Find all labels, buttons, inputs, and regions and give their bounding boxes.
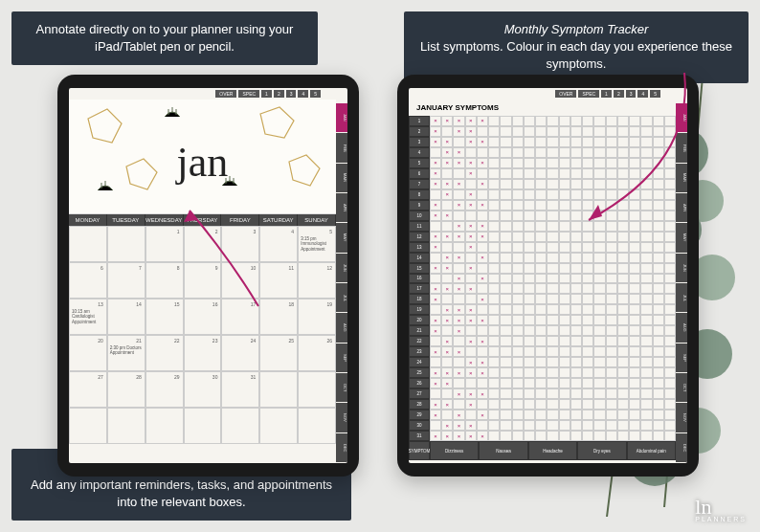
tracker-cell[interactable] [617, 189, 629, 200]
tracker-cell[interactable]: × [453, 346, 464, 357]
tracker-cell[interactable] [524, 116, 535, 126]
tracker-cell[interactable] [465, 378, 477, 388]
tracker-cell[interactable] [653, 420, 664, 431]
tracker-cell[interactable] [500, 378, 511, 388]
tracker-cell[interactable] [640, 242, 652, 253]
tracker-cell[interactable] [617, 367, 629, 378]
top-tab[interactable]: 4 [298, 90, 308, 98]
side-tab-mar[interactable]: MAR [676, 164, 687, 192]
side-tab-apr[interactable]: APR [336, 193, 347, 222]
tracker-cell[interactable] [500, 116, 511, 126]
tracker-cell[interactable]: × [465, 200, 477, 211]
tracker-cell[interactable]: × [453, 116, 464, 126]
tracker-cell[interactable] [653, 168, 664, 179]
tracker-cell[interactable] [547, 410, 558, 420]
tracker-cell[interactable]: × [465, 168, 477, 179]
tracker-cell[interactable] [570, 232, 582, 242]
calendar-cell[interactable]: 53:15 pm Immunologist Appointment [298, 226, 336, 262]
tracker-cell[interactable] [570, 116, 582, 126]
tracker-cell[interactable] [617, 357, 629, 367]
tracker-cell[interactable] [617, 336, 629, 346]
tracker-cell[interactable] [570, 126, 582, 137]
calendar-cell[interactable]: 27 [69, 371, 107, 408]
top-tab[interactable]: 4 [637, 90, 648, 98]
tracker-cell[interactable] [582, 304, 593, 315]
tracker-cell[interactable] [640, 126, 652, 137]
side-tab-nov[interactable]: NOV [676, 403, 687, 432]
tracker-cell[interactable] [582, 378, 593, 388]
tracker-cell[interactable] [653, 158, 664, 168]
tracker-cell[interactable] [535, 294, 547, 304]
tracker-cell[interactable] [524, 242, 535, 253]
tracker-cell[interactable] [547, 232, 558, 242]
tracker-cell[interactable] [629, 126, 640, 137]
tracker-cell[interactable] [593, 283, 605, 294]
tracker-cell[interactable] [582, 137, 593, 147]
tracker-cell[interactable] [617, 263, 629, 274]
tracker-cell[interactable] [606, 200, 617, 211]
tracker-cell[interactable] [606, 388, 617, 399]
tracker-cell[interactable] [664, 431, 676, 441]
tracker-cell[interactable] [477, 283, 488, 294]
tracker-cell[interactable]: × [441, 253, 453, 263]
tracker-cell[interactable] [593, 336, 605, 346]
tracker-cell[interactable] [570, 189, 582, 200]
tracker-cell[interactable]: × [453, 126, 464, 137]
tracker-cell[interactable] [582, 325, 593, 336]
tracker-cell[interactable] [453, 242, 464, 253]
tracker-cell[interactable] [570, 253, 582, 263]
tracker-cell[interactable] [524, 367, 535, 378]
tracker-cell[interactable] [512, 179, 524, 189]
tracker-cell[interactable]: × [477, 315, 488, 325]
tracker-cell[interactable] [606, 283, 617, 294]
tracker-cell[interactable] [582, 158, 593, 168]
top-tab[interactable]: SPEC [578, 90, 599, 98]
tracker-cell[interactable] [559, 242, 570, 253]
tracker-cell[interactable] [664, 168, 676, 179]
tracker-cell[interactable] [477, 325, 488, 336]
tracker-cell[interactable] [617, 242, 629, 253]
tracker-cell[interactable] [488, 263, 500, 274]
tracker-cell[interactable] [547, 263, 558, 274]
tracker-cell[interactable] [664, 158, 676, 168]
tracker-cell[interactable] [582, 336, 593, 346]
tracker-cell[interactable] [512, 336, 524, 346]
tracker-cell[interactable] [606, 325, 617, 336]
tracker-cell[interactable] [640, 315, 652, 325]
tracker-cell[interactable] [653, 242, 664, 253]
tracker-cell[interactable] [535, 336, 547, 346]
tracker-cell[interactable] [640, 367, 652, 378]
tracker-cell[interactable] [559, 315, 570, 325]
tracker-cell[interactable] [465, 294, 477, 304]
tracker-cell[interactable] [617, 420, 629, 431]
tracker-cell[interactable]: × [430, 346, 441, 357]
calendar-cell[interactable]: 22 [145, 335, 184, 371]
tracker-cell[interactable]: × [441, 263, 453, 274]
tracker-cell[interactable] [535, 168, 547, 179]
tracker-cell[interactable] [664, 147, 676, 158]
tracker-cell[interactable]: × [465, 189, 477, 200]
tracker-cell[interactable] [441, 221, 453, 232]
tracker-cell[interactable] [500, 253, 511, 263]
tracker-cell[interactable] [640, 274, 652, 284]
tracker-cell[interactable] [500, 211, 511, 221]
tracker-cell[interactable] [617, 325, 629, 336]
calendar-cell[interactable] [221, 408, 259, 444]
calendar-cell[interactable]: 1 [145, 226, 184, 262]
tracker-cell[interactable] [653, 431, 664, 441]
tracker-cell[interactable] [559, 336, 570, 346]
tracker-cell[interactable] [488, 315, 500, 325]
tracker-cell[interactable] [629, 200, 640, 211]
tracker-cell[interactable] [465, 211, 477, 221]
tracker-cell[interactable] [664, 116, 676, 126]
tracker-cell[interactable] [547, 179, 558, 189]
side-tab-may[interactable]: MAY [676, 223, 687, 252]
tracker-cell[interactable] [664, 283, 676, 294]
tracker-cell[interactable] [500, 336, 511, 346]
tracker-cell[interactable] [664, 179, 676, 189]
tracker-cell[interactable] [664, 242, 676, 253]
tracker-cell[interactable] [617, 294, 629, 304]
tracker-cell[interactable] [570, 378, 582, 388]
tracker-cell[interactable] [640, 283, 652, 294]
tracker-cell[interactable]: × [430, 232, 441, 242]
